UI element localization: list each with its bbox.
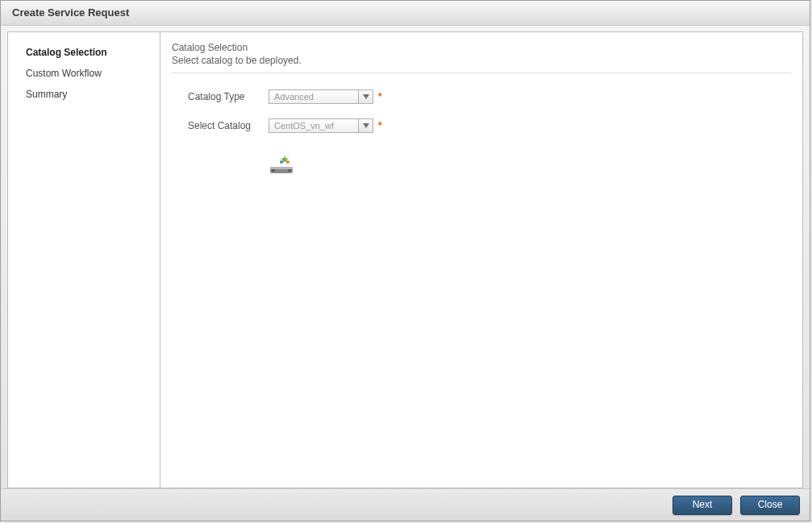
dialog-window: Create Service Request Catalog Selection… xyxy=(0,0,810,521)
dialog-titlebar: Create Service Request xyxy=(1,1,810,26)
wizard-content: Catalog Selection Select catalog to be d… xyxy=(160,31,803,488)
close-button-label: Close xyxy=(758,499,783,510)
svg-rect-5 xyxy=(288,169,291,172)
next-button-label: Next xyxy=(693,499,713,510)
server-icon xyxy=(269,156,296,175)
chevron-down-icon xyxy=(363,123,369,128)
content-header: Catalog Selection Select catalog to be d… xyxy=(172,42,791,73)
sidebar-item-custom-workflow[interactable]: Custom Workflow xyxy=(8,63,160,84)
sidebar-item-label: Custom Workflow xyxy=(26,68,102,79)
svg-point-8 xyxy=(280,160,283,164)
select-catalog-type[interactable]: Advanced xyxy=(269,89,359,104)
row-catalog-type: Catalog Type Advanced * xyxy=(172,89,791,104)
next-button[interactable]: Next xyxy=(673,496,732,515)
sidebar-item-summary[interactable]: Summary xyxy=(8,84,160,105)
chevron-down-icon xyxy=(363,94,369,99)
sidebar-item-label: Summary xyxy=(26,89,67,100)
svg-marker-0 xyxy=(363,94,369,99)
row-select-catalog: Select Catalog CentOS_vn_wf * xyxy=(172,118,791,133)
dialog-title: Create Service Request xyxy=(12,6,129,19)
svg-point-7 xyxy=(286,160,289,164)
svg-rect-4 xyxy=(272,169,275,172)
select-select-catalog[interactable]: CentOS_vn_wf xyxy=(269,118,359,133)
dialog-body: Catalog Selection Custom Workflow Summar… xyxy=(1,25,810,488)
select-select-catalog-value: CentOS_vn_wf xyxy=(274,121,334,131)
required-marker: * xyxy=(378,120,382,131)
select-catalog-type-arrow[interactable] xyxy=(359,89,373,104)
required-marker: * xyxy=(378,91,382,102)
panes: Catalog Selection Custom Workflow Summar… xyxy=(7,31,803,488)
wizard-sidebar: Catalog Selection Custom Workflow Summar… xyxy=(7,31,160,488)
svg-rect-3 xyxy=(270,167,293,169)
content-subtitle: Select catalog to be deployed. xyxy=(172,55,791,66)
label-catalog-type: Catalog Type xyxy=(188,91,269,102)
content-title: Catalog Selection xyxy=(172,42,791,53)
select-catalog-type-value: Advanced xyxy=(274,92,314,102)
svg-marker-1 xyxy=(363,123,369,128)
catalog-item-icon xyxy=(269,156,791,177)
label-select-catalog: Select Catalog xyxy=(188,120,269,131)
close-button[interactable]: Close xyxy=(740,496,800,515)
sidebar-item-catalog-selection[interactable]: Catalog Selection xyxy=(8,42,160,63)
sidebar-item-label: Catalog Selection xyxy=(26,47,107,58)
divider xyxy=(172,73,791,73)
dialog-footer: Next Close xyxy=(1,488,810,521)
select-select-catalog-arrow[interactable] xyxy=(359,118,373,133)
